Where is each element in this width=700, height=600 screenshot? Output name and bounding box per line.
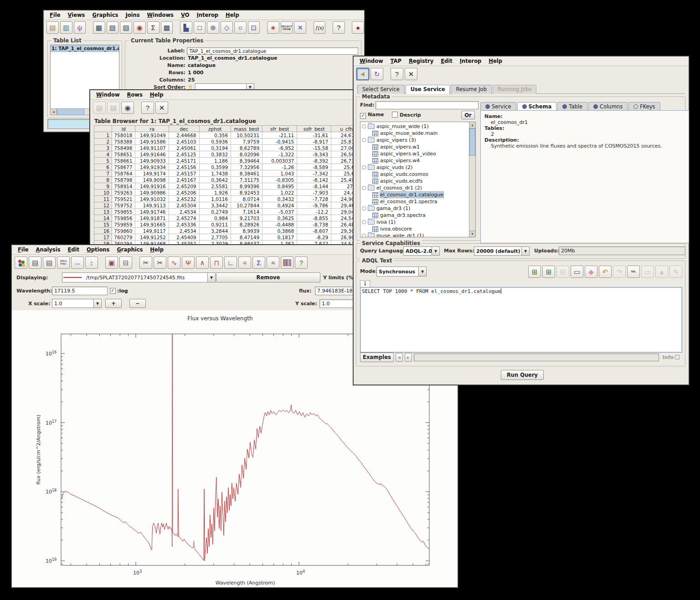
- table-row[interactable]: 2758388149,915862,451030,59367,9759-0,94…: [94, 138, 364, 145]
- menu-analysis[interactable]: Analysis: [33, 246, 64, 254]
- table-cell[interactable]: 149,91934: [135, 164, 169, 170]
- row-search-icon[interactable]: ◉: [121, 102, 134, 114]
- table-cell[interactable]: 0,3432: [262, 196, 297, 202]
- cutter-icon[interactable]: ⊟: [119, 256, 132, 269]
- table-cell[interactable]: -8,144: [297, 183, 331, 190]
- insert-table-name-icon[interactable]: ▭: [571, 266, 583, 278]
- table-cell[interactable]: 0,3194: [199, 145, 231, 151]
- table-print-icon[interactable]: ▤: [107, 102, 120, 114]
- column-header[interactable]: id: [112, 126, 135, 132]
- row-number-cell[interactable]: 10: [94, 190, 112, 196]
- menu-rows[interactable]: Rows: [124, 91, 146, 99]
- table-cell[interactable]: 8,92453: [231, 190, 262, 196]
- fix-query-icon[interactable]: ✎: [669, 266, 682, 278]
- query-language-selector[interactable]: ADQL-2.0▼: [403, 246, 440, 256]
- row-subsets-icon[interactable]: ◉: [134, 21, 146, 34]
- row-number-cell[interactable]: 13: [94, 209, 112, 215]
- time-plot-icon[interactable]: ⊡: [248, 21, 260, 34]
- tree-leaf[interactable]: aspic_vuds.cosmos: [360, 171, 469, 178]
- pin-window-icon[interactable]: ➤: [356, 68, 369, 80]
- table-cell[interactable]: 0,3642: [199, 177, 231, 183]
- tree-leaf[interactable]: aspic_vipers.w1: [360, 144, 469, 150]
- row-number-cell[interactable]: 3: [94, 145, 112, 151]
- table-cell[interactable]: 10,50231: [231, 132, 262, 138]
- table-cell[interactable]: 7,1614: [231, 209, 262, 215]
- table-cell[interactable]: 0,4924: [262, 202, 297, 209]
- function-icon[interactable]: ƒ(x): [314, 21, 326, 34]
- table-cell[interactable]: 149,91252: [135, 234, 169, 241]
- table-row[interactable]: 9758914149,919162,452092,55818,993960,84…: [94, 183, 364, 190]
- table-row[interactable]: 17760279149,912522,454092,77058,471490,1…: [94, 234, 364, 241]
- tab-select-service[interactable]: Select Service: [357, 85, 405, 94]
- table-cell[interactable]: 758764: [112, 170, 135, 177]
- help-icon[interactable]: ?: [141, 102, 154, 114]
- table-cell[interactable]: 149,91871: [135, 215, 169, 221]
- menu-window[interactable]: Window: [93, 91, 123, 99]
- table-row[interactable]: 12759752149,91132,453043,344210,278440,4…: [94, 202, 364, 209]
- table-cell[interactable]: 2,45336: [169, 221, 199, 228]
- prev-example-button[interactable]: ◂: [396, 353, 403, 362]
- exit-icon[interactable]: ●: [352, 21, 364, 34]
- table-row[interactable]: 3758498149,911072,450610,31948,62789-6,9…: [94, 145, 364, 151]
- close-icon[interactable]: ✕: [155, 102, 168, 114]
- table-cell[interactable]: 149,90933: [135, 158, 169, 164]
- table-cell[interactable]: 2,45125: [169, 151, 199, 158]
- table-cell[interactable]: 149,9098: [135, 177, 169, 183]
- table-row[interactable]: 15759859149,916652,453360,92118,28926-0,…: [94, 221, 364, 228]
- table-cell[interactable]: 1,043: [262, 170, 297, 177]
- table-cell[interactable]: 2,45232: [169, 196, 199, 202]
- table-row[interactable]: 16759860149,91172,45343,28448,99390,3868…: [94, 228, 364, 234]
- help-icon[interactable]: ?: [391, 68, 403, 80]
- scroll-thumb[interactable]: [469, 128, 475, 156]
- peak-fit-icon[interactable]: ∧: [196, 256, 209, 269]
- table-cell[interactable]: -1,26: [262, 164, 297, 170]
- magnify-icon[interactable]: ▣: [105, 256, 118, 269]
- sync-status-icon[interactable]: ▭: [641, 266, 654, 278]
- row-number-cell[interactable]: 7: [94, 170, 112, 177]
- table-row[interactable]: 4758651149,916462,451250,38328,02096-1,3…: [94, 151, 364, 158]
- table-cell[interactable]: -8,738: [297, 221, 331, 228]
- table-cell[interactable]: -15,58: [297, 145, 331, 151]
- column-metadata-icon[interactable]: ▨: [120, 21, 132, 34]
- adql-textarea[interactable]: SELECT TOP 1000 * FROM el_cosmos_dr1.cat…: [360, 287, 682, 353]
- tree-toggle-icon[interactable]: [362, 124, 366, 128]
- menu-file[interactable]: File: [46, 11, 64, 19]
- row-number-cell[interactable]: 5: [94, 158, 112, 164]
- table-cell[interactable]: 149,91916: [135, 183, 169, 190]
- table-cell[interactable]: 8,47149: [231, 234, 262, 241]
- table-cell[interactable]: 0,2749: [199, 209, 231, 215]
- menu-registry[interactable]: Registry: [406, 57, 437, 65]
- table-cell[interactable]: 10,27844: [231, 202, 262, 209]
- table-row[interactable]: 10759263149,909862,452061,9268,924531,02…: [94, 190, 364, 196]
- table-cell[interactable]: 8,02096: [231, 151, 262, 158]
- load-table-icon[interactable]: ▤: [46, 21, 59, 34]
- chevron-down-icon[interactable]: ▼: [418, 267, 426, 276]
- table-cell[interactable]: 8,28926: [231, 221, 262, 228]
- table-cell[interactable]: -31,61: [297, 132, 331, 138]
- line-id-icon[interactable]: ≈: [238, 256, 251, 269]
- table-cell[interactable]: 149,91586: [135, 138, 169, 145]
- table-cell[interactable]: -6,952: [262, 145, 297, 151]
- tree-leaf[interactable]: el_cosmos_dr1.spectra: [360, 198, 469, 205]
- tree-toggle-icon[interactable]: [362, 220, 366, 224]
- scroll-up-icon[interactable]: ▴: [469, 122, 475, 128]
- table-row[interactable]: 8758798149,90982,451670,36427,31175-0,83…: [94, 177, 364, 183]
- table-cell[interactable]: 2,45167: [169, 177, 199, 183]
- tree-toggle-icon[interactable]: [362, 234, 366, 237]
- wavelength-field[interactable]: 17119.5: [52, 287, 108, 295]
- table-cell[interactable]: 2,4534: [169, 228, 199, 234]
- parse-query-icon[interactable]: TBL: [627, 266, 640, 278]
- sphere-plot-icon[interactable]: ○: [234, 21, 247, 34]
- tree-toggle-icon[interactable]: [362, 138, 366, 142]
- xscale-selector[interactable]: 1.0▼: [52, 299, 102, 308]
- table-cell[interactable]: 149,90986: [135, 190, 169, 196]
- run-query-button[interactable]: Run Query: [501, 370, 544, 380]
- table-cell[interactable]: 2,45171: [169, 158, 199, 164]
- menu-help[interactable]: Help: [485, 57, 505, 65]
- save-table-icon[interactable]: ▥: [60, 21, 72, 34]
- row-number-cell[interactable]: 11: [94, 196, 112, 202]
- overlay-spectra-icon[interactable]: ≈: [267, 256, 279, 269]
- tab-table[interactable]: Table: [557, 102, 587, 111]
- row-number-cell[interactable]: 8: [94, 177, 112, 183]
- find-input[interactable]: [376, 101, 479, 109]
